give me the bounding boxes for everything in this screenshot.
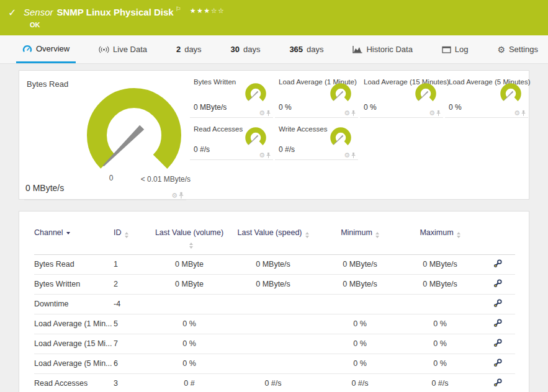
channel-name[interactable]: Downtime: [34, 294, 114, 314]
tab-30-days-number: 30: [231, 45, 240, 54]
channel-name[interactable]: Load Average (1 Min...: [34, 314, 114, 334]
channel-name[interactable]: Load Average (5 Min...: [34, 354, 114, 373]
pin-icon[interactable]: [351, 152, 356, 159]
last-value-speed: 0 MByte/s: [227, 254, 320, 274]
log-window-icon: [442, 46, 451, 53]
sensor-title-line: SensorSNMP Linux Physical Disk⚐★★★☆☆: [24, 6, 225, 17]
sort-icon: [375, 232, 379, 238]
gauge-value: 0 %: [449, 103, 462, 112]
last-value-speed: [227, 314, 320, 334]
gauge-settings-icon[interactable]: ⚙: [344, 110, 350, 117]
maximum-value: 0 %: [400, 314, 480, 334]
tab-2-days[interactable]: 2 days: [170, 35, 208, 63]
write-accesses-gauge[interactable]: [327, 125, 354, 151]
tab-settings[interactable]: ⚙ Settings: [491, 35, 544, 63]
last-value-speed: 0 #/s: [227, 373, 320, 392]
gauge-cell-load-average-5: Load Average (5 Minutes) 0 % ⚙: [445, 71, 528, 118]
last-value-speed: [227, 354, 320, 373]
channel-name[interactable]: Bytes Written: [34, 274, 114, 294]
status-check-icon: ✓: [8, 7, 16, 19]
tab-log[interactable]: Log: [436, 35, 475, 63]
gauge-cell-bytes-written: Bytes Written 0 MByte/s ⚙: [190, 71, 273, 118]
tab-log-label: Log: [455, 45, 469, 54]
pin-icon[interactable]: [351, 110, 356, 117]
gauge-cell-write-accesses: Write Accesses 0 #/s ⚙: [275, 118, 358, 160]
channel-settings-icon[interactable]: [493, 359, 502, 367]
gauge-settings-icon[interactable]: ⚙: [429, 110, 435, 117]
page-title: SNMP Linux Physical Disk: [57, 7, 174, 17]
read-accesses-gauge[interactable]: [242, 125, 269, 151]
table-header-row: Channel ID Last Value (volume) Last Valu…: [34, 212, 515, 254]
last-value-volume: 0 %: [152, 334, 227, 354]
channel-name[interactable]: Bytes Read: [34, 254, 114, 274]
channel-settings-icon[interactable]: [493, 279, 502, 288]
tab-bar: Overview Live Data 2 days 30 days 365 da…: [0, 35, 548, 64]
column-header-minimum[interactable]: Minimum: [320, 212, 400, 254]
tab-overview-label: Overview: [36, 44, 70, 53]
gauge-cell-load-average-15: Load Average (15 Minutes) 0 % ⚙: [360, 71, 443, 118]
channel-name[interactable]: Load Average (15 Mi...: [34, 334, 114, 354]
pin-icon[interactable]: [179, 192, 184, 199]
flag-icon[interactable]: ⚐: [176, 6, 181, 12]
channel-settings-icon[interactable]: [493, 259, 502, 268]
column-header-maximum[interactable]: Maximum: [400, 212, 480, 254]
pin-icon[interactable]: [436, 110, 441, 117]
gauge-settings-icon[interactable]: ⚙: [344, 152, 350, 159]
gauge-settings-icon[interactable]: ⚙: [259, 110, 265, 117]
gauge-scale-min: 0: [105, 174, 117, 182]
tab-365-days[interactable]: 365 days: [283, 35, 330, 63]
channel-settings-icon[interactable]: [493, 339, 502, 347]
load-average-5-gauge[interactable]: [497, 81, 524, 107]
channel-settings-icon[interactable]: [493, 299, 502, 308]
tab-live-data[interactable]: Live Data: [92, 35, 153, 63]
column-header-id[interactable]: ID: [114, 212, 152, 254]
tab-30-days[interactable]: 30 days: [225, 35, 267, 63]
sort-icon: [125, 232, 128, 238]
pin-icon[interactable]: [266, 152, 271, 159]
table-row: Downtime -4: [34, 294, 515, 314]
pin-icon[interactable]: [521, 110, 526, 117]
minimum-value: 0 %: [320, 334, 400, 354]
bytes-written-gauge[interactable]: [242, 81, 269, 107]
gauge-title: Bytes Written: [194, 78, 236, 86]
channel-id: 6: [114, 354, 152, 373]
last-value-volume: 0 MByte: [152, 254, 227, 274]
gauge-value: 0 %: [364, 103, 377, 112]
channel-settings-icon[interactable]: [493, 319, 502, 327]
column-header-last-value-volume[interactable]: Last Value (volume): [152, 212, 227, 254]
pin-icon[interactable]: [266, 110, 271, 117]
channel-id: 5: [114, 314, 152, 334]
divider: [24, 200, 186, 200]
last-value-speed: 0 MByte/s: [227, 274, 320, 294]
last-value-speed: [227, 334, 320, 354]
channel-name[interactable]: Read Accesses: [34, 373, 114, 392]
load-average-15-gauge[interactable]: [412, 81, 439, 107]
gauge-scale-max: < 0.01 MByte/s: [128, 175, 191, 184]
channels-panel: Channel ID Last Value (volume) Last Valu…: [19, 211, 529, 392]
gauge-settings-icon[interactable]: ⚙: [171, 192, 177, 199]
last-value-volume: 0 %: [152, 354, 227, 373]
channels-table: Channel ID Last Value (volume) Last Valu…: [34, 212, 515, 392]
status-badge: OK: [30, 21, 40, 29]
minimum-value: 0 MByte/s: [320, 254, 400, 274]
sensor-overview-page: ✓ SensorSNMP Linux Physical Disk⚐★★★☆☆ O…: [0, 0, 548, 392]
maximum-value: 0 %: [400, 354, 480, 373]
priority-stars[interactable]: ★★★☆☆: [190, 7, 225, 14]
load-average-1-gauge[interactable]: [327, 81, 354, 107]
tab-historic-data[interactable]: Historic Data: [346, 35, 418, 63]
sort-icon: [305, 232, 309, 238]
maximum-value: 0 #/s: [400, 373, 480, 392]
column-header-channel[interactable]: Channel: [34, 212, 114, 254]
minimum-value: 0 %: [320, 314, 400, 334]
column-header-last-value-speed[interactable]: Last Value (speed): [227, 212, 320, 254]
table-row: Read Accesses 3 0 # 0 #/s 0 #/s 0 #/s: [34, 373, 515, 392]
table-row: Load Average (1 Min... 5 0 % 0 % 0 %: [34, 314, 515, 334]
gauge-settings-icon[interactable]: ⚙: [259, 152, 265, 159]
tab-overview[interactable]: Overview: [16, 35, 76, 63]
bytes-read-gauge[interactable]: [83, 84, 185, 186]
last-value-volume: 0 MByte: [152, 274, 227, 294]
channel-settings-icon[interactable]: [493, 378, 502, 387]
last-value-volume: [152, 294, 227, 314]
gauge-settings-icon[interactable]: ⚙: [514, 110, 520, 117]
channel-id: 3: [114, 373, 152, 392]
